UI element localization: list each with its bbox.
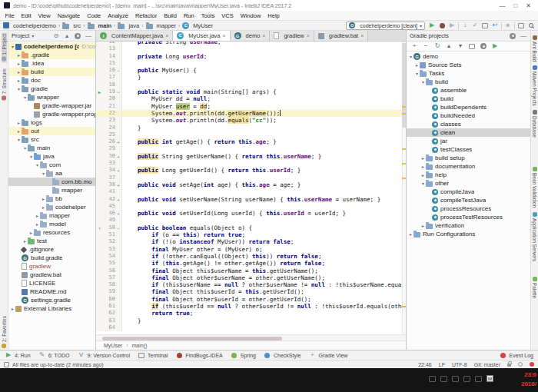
project-tree-item[interactable]: ▾com xyxy=(8,161,95,169)
gradle-tree-item[interactable]: ▸build setup xyxy=(407,154,530,162)
expand-arrow-icon[interactable]: ▾ xyxy=(35,162,40,168)
project-tree-item[interactable]: ▾java xyxy=(8,152,95,161)
status-segment[interactable]: UTF-8 xyxy=(452,362,467,367)
expand-arrow-icon[interactable]: ▸ xyxy=(414,62,420,68)
project-tree-item[interactable]: ▸mapper xyxy=(8,211,95,220)
tool-strip-palette[interactable]: Palette xyxy=(532,277,537,298)
toolwindow-todo[interactable]: ✎6: TODO xyxy=(38,351,70,359)
menu-build[interactable]: Build xyxy=(161,12,181,19)
expand-arrow-icon[interactable]: ▸ xyxy=(16,120,22,125)
close-tab-icon[interactable]: × xyxy=(165,33,168,38)
project-panel-title[interactable]: Project xyxy=(12,32,29,39)
expand-arrow-icon[interactable]: ▾ xyxy=(420,181,426,186)
vcs-commit-icon[interactable]: ✓ xyxy=(471,22,479,29)
code-line-58[interactable]: 58 if (this$userName == null ? other$use… xyxy=(96,281,406,288)
menu-vcs[interactable]: VCS xyxy=(218,12,237,19)
code-line-21[interactable]: 21 MyUser user = dd; xyxy=(96,103,406,110)
gradle-tree-item[interactable]: compileTestJava xyxy=(407,196,530,204)
code-line-46[interactable]: 46+ public void setUserId(Long userId) {… xyxy=(96,210,406,217)
code-line-13[interactable]: 13 xyxy=(96,45,406,52)
expand-arrow-icon[interactable]: ▸ xyxy=(41,196,46,201)
warning-stripe-mark[interactable] xyxy=(402,148,406,150)
tool-strip-structure[interactable]: 7: Structure xyxy=(2,68,7,101)
code-line-59[interactable]: 59 final Object this$userId = this.getUs… xyxy=(96,288,406,295)
collapse-all-icon[interactable]: ▴ xyxy=(63,32,71,40)
toolwindow-checkstyle[interactable]: CheckStyle xyxy=(264,351,301,359)
code-line-60[interactable]: 60 final Object other$userId = other.get… xyxy=(96,296,406,303)
project-tree-item[interactable]: ▸out xyxy=(8,127,95,135)
code-line-61[interactable]: 61 if (this$userId == null ? other$userI… xyxy=(96,303,406,310)
toolwindow-version-control[interactable]: V9: Version Control xyxy=(77,351,130,359)
project-tree-item[interactable]: ▾src xyxy=(8,135,95,144)
menu-help[interactable]: Help xyxy=(264,12,283,19)
project-tree-item[interactable]: ▸resources xyxy=(8,228,95,237)
chevron-down-icon[interactable]: ▾ xyxy=(32,33,34,38)
vcs-changes-icon[interactable] xyxy=(481,22,489,29)
menu-navigate[interactable]: Navigate xyxy=(54,12,84,19)
run-configuration-select[interactable]: G codehelperdemo [clean] ▾ xyxy=(346,22,425,30)
status-segment[interactable]: 22:46 xyxy=(418,362,432,367)
gradle-tree-item[interactable]: ▾Tasks xyxy=(407,69,530,78)
close-button[interactable]: ✕ xyxy=(526,2,531,9)
code-line-64[interactable]: 64 xyxy=(96,324,406,331)
tool-strip-ant-build[interactable]: Ant Build xyxy=(532,35,537,61)
code-line-55[interactable]: 55 if (this.getAge() != other.getAge()) … xyxy=(96,260,406,267)
expand-arrow-icon[interactable]: ▸ xyxy=(420,223,426,228)
expand-arrow-icon[interactable]: ▾ xyxy=(16,137,22,142)
expand-arrow-icon[interactable]: ▸ xyxy=(420,155,426,161)
project-tree-item[interactable]: ▸.gradle xyxy=(8,51,95,59)
warning-stripe-mark[interactable] xyxy=(402,106,406,108)
gradle-tree-item[interactable]: buildNeeded xyxy=(407,111,530,120)
gradle-tree-item[interactable]: clean xyxy=(407,128,530,137)
expand-arrow-icon[interactable]: ▸ xyxy=(22,238,28,244)
fold-marker-icon[interactable]: − xyxy=(115,88,122,95)
project-tree-item[interactable]: ▸codehelper xyxy=(8,203,95,211)
gradle-tree-item[interactable]: build xyxy=(407,95,530,103)
code-line-30[interactable]: 30+ public String getUserName() { return… xyxy=(96,153,406,160)
code-line-56[interactable]: 56 final Object this$userName = this.get… xyxy=(96,267,406,274)
event-log[interactable]: Event Log xyxy=(499,351,533,359)
hide-icon[interactable]: — xyxy=(85,32,92,40)
debug-icon[interactable] xyxy=(438,22,446,29)
tool-strip-project[interactable]: 1: Project xyxy=(2,32,7,62)
fold-marker-icon[interactable]: + xyxy=(115,196,122,203)
project-tree-item[interactable]: ▸logs xyxy=(8,118,95,127)
collapse-all-icon[interactable]: ▴ xyxy=(445,42,453,50)
code-line-29[interactable]: 29 xyxy=(96,145,406,152)
toolwindow-gradle-view[interactable]: +Gradle View xyxy=(308,351,347,359)
project-tree-item[interactable]: ▸External Libraries xyxy=(8,304,95,313)
project-tree-item[interactable]: ▸doc xyxy=(8,76,95,85)
code-line-19[interactable]: ▶19− public static void main(String[] ar… xyxy=(96,88,406,95)
tray-icon[interactable] xyxy=(440,376,447,382)
breadcrumb-item[interactable]: main xyxy=(88,22,112,29)
gradle-tree-item[interactable]: ▸verification xyxy=(407,221,530,230)
code-line-25[interactable]: 25 xyxy=(96,131,406,138)
run-task-icon[interactable]: ▶ xyxy=(491,42,499,50)
refresh-icon[interactable]: ↻ xyxy=(433,42,441,50)
expand-arrow-icon[interactable]: ▾ xyxy=(408,54,413,59)
hector-inspections-icon[interactable] xyxy=(518,362,523,367)
close-tab-icon[interactable]: × xyxy=(223,33,226,38)
tab-MyUser.java[interactable]: CMyUser.java× xyxy=(173,31,230,41)
project-tree-item[interactable]: gradlew xyxy=(8,262,95,271)
fold-marker-icon[interactable]: + xyxy=(115,138,122,145)
expand-arrow-icon[interactable]: ▸ xyxy=(16,61,22,66)
expand-arrow-icon[interactable]: ▾ xyxy=(16,86,22,91)
horizontal-scrollbar[interactable] xyxy=(96,334,406,341)
project-tree-item[interactable]: gradle-wrapper.jar xyxy=(8,101,95,110)
remove-icon[interactable]: − xyxy=(422,42,430,50)
error-stripe[interactable] xyxy=(402,42,406,334)
code-line-20[interactable]: 20 MyUser dd = null; xyxy=(96,95,406,102)
expand-arrow-icon[interactable]: ▸ xyxy=(16,52,22,58)
tray-icon[interactable] xyxy=(463,376,470,382)
expand-arrow-icon[interactable]: ▸ xyxy=(16,78,22,83)
tab-gradlew[interactable]: gradlew× xyxy=(270,31,314,41)
expand-arrow-icon[interactable]: ▾ xyxy=(10,44,15,49)
code-line-42[interactable]: 42+ public void setUserName(String userN… xyxy=(96,196,406,203)
code-line-14[interactable]: 14 private Long userId; xyxy=(96,53,406,60)
ime-indicator-icon[interactable]: M xyxy=(487,375,493,382)
gradle-tree-item[interactable]: processResources xyxy=(407,204,530,213)
project-tree-item[interactable]: Gsettings.gradle xyxy=(8,296,95,304)
warning-stripe-mark[interactable] xyxy=(402,113,406,115)
gradle-tree-item[interactable]: buildDependents xyxy=(407,103,530,111)
